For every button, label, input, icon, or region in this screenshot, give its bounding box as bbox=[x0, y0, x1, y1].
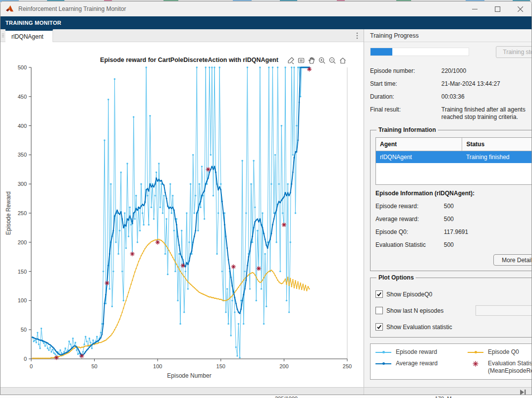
x-tick-label: 100 bbox=[153, 363, 162, 369]
reward-chart-svg[interactable]: Episode reward for CartPoleDiscreteActio… bbox=[0, 42, 364, 387]
y-tick-label: 500 bbox=[18, 64, 27, 70]
status-divider bbox=[364, 388, 364, 395]
close-button[interactable] bbox=[509, 1, 532, 16]
datatips-button[interactable] bbox=[296, 56, 306, 65]
restore-view-button[interactable] bbox=[338, 56, 348, 65]
minimize-button[interactable] bbox=[463, 1, 486, 16]
tab-rldqnagent[interactable]: rlDQNAgent bbox=[5, 29, 53, 42]
skip-to-end-button[interactable] bbox=[520, 389, 528, 395]
last-n-episodes-input[interactable] bbox=[476, 305, 532, 316]
info-value: 00:03:36 bbox=[441, 93, 532, 101]
agents-table-header: AgentStatus bbox=[376, 138, 532, 151]
episode-info-title: Episode Information (rlDQNAgent): bbox=[375, 190, 532, 197]
agents-table[interactable]: AgentStatus rlDQNAgentTraining finished bbox=[375, 137, 532, 185]
x-tick-label: 250 bbox=[343, 363, 352, 369]
panel-header: Training Progress bbox=[364, 29, 532, 42]
column-header[interactable]: Agent bbox=[376, 138, 462, 151]
more-details-button[interactable]: More Details... bbox=[493, 254, 532, 266]
legend-item-episode-q0: Episode Q0 bbox=[468, 348, 532, 356]
checkbox-label[interactable]: Show EpisodeQ0 bbox=[386, 291, 432, 298]
check-icon bbox=[376, 324, 382, 330]
zoom-out-icon bbox=[328, 57, 336, 64]
y-tick-label: 350 bbox=[18, 152, 27, 158]
y-tick-label: 300 bbox=[18, 181, 27, 187]
button-row: More Details... bbox=[375, 254, 532, 266]
brush-icon bbox=[287, 57, 295, 64]
info-value: 220/1000 bbox=[441, 67, 532, 75]
info-value: 500 bbox=[444, 216, 454, 223]
chart-title: Episode reward for CartPoleDiscreteActio… bbox=[100, 57, 279, 63]
progress-row: Training stopped bbox=[370, 48, 532, 61]
y-tick-label: 200 bbox=[18, 239, 27, 245]
legend-label: Evaluation Statistic (MeanEpisodeReward) bbox=[488, 360, 532, 375]
tab-strip: rlDQNAgent bbox=[0, 29, 364, 42]
plot-option-row: Show Evaluation statistic bbox=[375, 322, 532, 332]
x-tick-label: 200 bbox=[279, 363, 288, 369]
minimize-icon bbox=[472, 6, 478, 12]
background-window-text: 205/1000 170. M bbox=[0, 395, 532, 398]
x-tick-label: 150 bbox=[216, 363, 225, 369]
x-tick-label: 50 bbox=[91, 363, 97, 369]
chart-legend: Episode reward Episode Q0 bbox=[370, 343, 532, 380]
info-label: Duration: bbox=[370, 93, 441, 101]
episode-info-row: Average reward: 500 bbox=[375, 216, 532, 223]
show-episodeq0-checkbox[interactable] bbox=[375, 290, 383, 298]
pan-button[interactable] bbox=[307, 56, 317, 65]
document-actions-button[interactable] bbox=[351, 29, 364, 42]
close-icon bbox=[518, 6, 523, 12]
legend-label: Average reward bbox=[396, 360, 438, 367]
maximize-icon bbox=[495, 6, 500, 12]
plot-option-row: Show EpisodeQ0 bbox=[375, 289, 532, 299]
zoom-out-button[interactable] bbox=[327, 56, 337, 65]
info-value: 500 bbox=[444, 241, 454, 248]
x-tick-label: 0 bbox=[30, 363, 33, 369]
skip-to-end-icon bbox=[520, 389, 527, 395]
check-icon bbox=[376, 291, 382, 297]
zoom-in-button[interactable] bbox=[317, 56, 327, 65]
info-label: Start time: bbox=[370, 80, 441, 88]
legend-item-episode-reward: Episode reward bbox=[375, 348, 468, 356]
window-controls bbox=[463, 1, 532, 16]
axes-toolbar bbox=[286, 56, 348, 65]
info-label: Average reward: bbox=[375, 216, 444, 223]
table-cell: rlDQNAgent bbox=[376, 151, 462, 163]
show-last-n-episodes-checkbox[interactable] bbox=[375, 307, 383, 314]
ribbon-tab-label[interactable]: TRAINING MONITOR bbox=[5, 20, 61, 26]
episode-info-row: Episode reward: 500 bbox=[375, 203, 532, 210]
y-tick-label: 250 bbox=[18, 210, 27, 216]
pan-icon bbox=[308, 57, 316, 64]
info-label: Final result: bbox=[370, 106, 441, 121]
info-row: Start time: 21-Mar-2024 13:44:27 bbox=[370, 80, 532, 88]
info-row: Final result: Training finished after al… bbox=[370, 106, 532, 121]
agents-table-body: rlDQNAgentTraining finished bbox=[376, 151, 532, 163]
table-row[interactable]: rlDQNAgentTraining finished bbox=[376, 151, 532, 163]
ribbon-bar: TRAINING MONITOR bbox=[0, 16, 532, 29]
episode-info-row: Episode Q0: 117.9691 bbox=[375, 228, 532, 235]
line-dot-marker bbox=[375, 349, 391, 356]
titlebar: Reinforcement Learning Training Monitor bbox=[0, 1, 532, 16]
plot-options-group: Plot Options Show EpisodeQ0 Show last N … bbox=[370, 274, 532, 338]
column-header[interactable]: Status bbox=[462, 138, 532, 151]
document-pane: rlDQNAgent Episode reward for CartPoleDi… bbox=[0, 29, 364, 387]
info-value: Training finished after all agents reach… bbox=[441, 106, 531, 121]
y-tick-label: 100 bbox=[18, 297, 27, 303]
app-window: Reinforcement Learning Training Monitor … bbox=[0, 1, 532, 395]
info-value: 117.9691 bbox=[444, 228, 468, 235]
zoom-in-icon bbox=[318, 57, 326, 64]
legend-item-average-reward: Average reward bbox=[375, 360, 468, 375]
info-label: Episode Q0: bbox=[375, 228, 444, 235]
line-dot-marker bbox=[375, 360, 391, 367]
brush-button[interactable] bbox=[286, 56, 296, 65]
checkbox-label[interactable]: Show last N episodes bbox=[386, 307, 443, 314]
drag-grip-icon[interactable] bbox=[0, 29, 5, 42]
group-title: Training Information bbox=[376, 126, 438, 133]
chart-panel: Episode reward for CartPoleDiscreteActio… bbox=[0, 42, 364, 387]
training-stopped-button[interactable]: Training stopped bbox=[496, 46, 532, 58]
info-row: Duration: 00:03:36 bbox=[370, 93, 532, 101]
maximize-button[interactable] bbox=[486, 1, 509, 16]
datatips-icon bbox=[297, 57, 305, 64]
show-evaluation-statistic-checkbox[interactable] bbox=[375, 323, 383, 331]
checkbox-label[interactable]: Show Evaluation statistic bbox=[386, 324, 452, 331]
x-axis-label: Episode Number bbox=[167, 372, 211, 379]
legend-item-evaluation-statistic: Evaluation Statistic (MeanEpisodeReward) bbox=[468, 360, 532, 375]
